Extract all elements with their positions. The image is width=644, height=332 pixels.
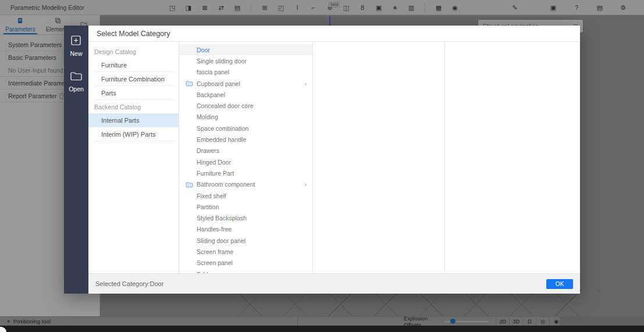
category-list: DoorSingle sliding doorfascia panelCupbo…	[179, 42, 313, 273]
open-button[interactable]: Open	[69, 71, 84, 92]
category-item[interactable]: Space combination	[179, 123, 312, 134]
catalog-panel: Design CatalogFurnitureFurniture Combina…	[88, 42, 179, 273]
dialog-body: Design CatalogFurnitureFurniture Combina…	[88, 42, 580, 273]
detail-column	[445, 42, 580, 273]
catalog-item[interactable]: Furniture Combination	[88, 72, 179, 86]
category-item-label: Embedded handle	[197, 136, 246, 143]
chevron-right-icon: ›	[304, 80, 307, 87]
ok-button[interactable]: OK	[546, 279, 573, 289]
category-item[interactable]: Table screen	[179, 269, 312, 273]
category-item[interactable]: Screen panel	[179, 258, 312, 269]
category-item[interactable]: Handles-free	[179, 224, 312, 235]
catalog-item[interactable]: Internal Parts	[88, 113, 179, 127]
category-item-label: Furniture Part	[197, 170, 234, 177]
catalog-section-header: Design Catalog	[88, 45, 179, 58]
new-button-label: New	[70, 50, 82, 57]
category-item-label: Drawers	[197, 147, 219, 154]
category-item-label: fascia panel	[197, 69, 229, 76]
catalog-item[interactable]: Furniture	[88, 58, 179, 72]
new-file-icon	[70, 35, 82, 46]
select-model-category-dialog: New Open Select Model Category Design Ca…	[64, 26, 580, 294]
new-button[interactable]: New	[70, 35, 82, 57]
catalog-section-header: Backend Catalog	[88, 100, 179, 113]
category-item-label: Concealed door core	[197, 102, 253, 109]
dialog-main: Select Model Category Design CatalogFurn…	[88, 26, 580, 294]
category-item-label: Handles-free	[197, 226, 232, 233]
category-item[interactable]: Partition	[179, 201, 312, 212]
category-item-label: Sliding door panel	[197, 237, 245, 244]
category-item-label: Single sliding door	[197, 58, 247, 65]
category-item[interactable]: Embedded handle	[179, 134, 312, 145]
category-item-label: Screen frame	[197, 248, 233, 255]
open-folder-icon	[70, 71, 83, 81]
category-item[interactable]: Fixed shelf	[179, 190, 312, 201]
category-item-label: Door	[197, 47, 210, 53]
category-item[interactable]: Hinged Door	[179, 156, 312, 167]
category-item-label: Screen panel	[197, 259, 233, 266]
category-item-label: Styled Backsplash	[197, 215, 247, 222]
chevron-right-icon: ›	[304, 181, 307, 188]
category-item[interactable]: Bathroom component›	[179, 179, 312, 190]
category-item-label: Backpanel	[197, 91, 225, 98]
dialog-title: Select Model Category	[88, 26, 580, 42]
catalog-item[interactable]: Interim (WIP) Parts	[88, 127, 179, 141]
category-item[interactable]: Concealed door core	[179, 100, 312, 111]
category-item-label: Molding	[197, 113, 218, 120]
category-item-label: Fixed shelf	[197, 192, 226, 199]
app-window: Parametric Modeling Editor ◳◨⊠⇄▤⊞◰I⌐⊕bet…	[0, 0, 644, 332]
category-item-label: Space combination	[197, 125, 248, 132]
selected-category-text: Selected Category:Door	[95, 280, 546, 287]
category-item[interactable]: fascia panel	[179, 67, 312, 78]
catalog-item[interactable]: Parts	[88, 86, 179, 100]
category-item[interactable]: Single sliding door	[179, 55, 312, 66]
subcategory-column	[313, 42, 445, 273]
category-item[interactable]: Drawers	[179, 145, 312, 156]
category-item-label: Cupboard panel	[197, 80, 240, 87]
category-item[interactable]: Door	[179, 44, 312, 55]
category-item[interactable]: Backpanel	[179, 89, 312, 100]
folder-icon	[186, 181, 193, 188]
category-item[interactable]: Sliding door panel	[179, 235, 312, 246]
category-item[interactable]: Molding	[179, 112, 312, 123]
category-item-label: Partition	[197, 204, 219, 210]
category-item[interactable]: Styled Backsplash	[179, 212, 312, 223]
category-item[interactable]: Screen frame	[179, 246, 312, 257]
category-item[interactable]: Furniture Part	[179, 167, 312, 179]
folder-icon	[186, 80, 193, 87]
open-button-label: Open	[69, 85, 84, 92]
dialog-sidebar: New Open	[64, 26, 88, 294]
dialog-footer: Selected Category:Door OK	[88, 273, 580, 294]
category-item-label: Bathroom component	[197, 181, 255, 188]
category-item[interactable]: Cupboard panel›	[179, 78, 312, 89]
category-item-label: Hinged Door	[197, 159, 231, 166]
